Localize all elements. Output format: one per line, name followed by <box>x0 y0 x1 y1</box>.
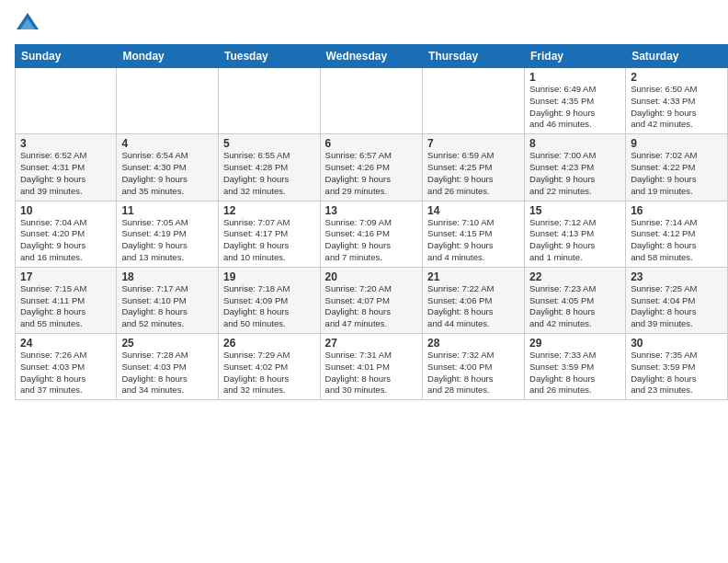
calendar-cell <box>16 68 117 134</box>
day-info: Sunrise: 7:20 AM Sunset: 4:07 PM Dayligh… <box>325 283 417 330</box>
col-header-saturday: Saturday <box>626 45 728 68</box>
week-row-5: 24Sunrise: 7:26 AM Sunset: 4:03 PM Dayli… <box>16 334 728 400</box>
calendar-cell: 6Sunrise: 6:57 AM Sunset: 4:26 PM Daylig… <box>320 134 422 201</box>
week-row-3: 10Sunrise: 7:04 AM Sunset: 4:20 PM Dayli… <box>16 201 728 267</box>
calendar-cell: 23Sunrise: 7:25 AM Sunset: 4:04 PM Dayli… <box>626 267 728 333</box>
calendar-cell: 1Sunrise: 6:49 AM Sunset: 4:35 PM Daylig… <box>525 68 626 134</box>
calendar-cell: 28Sunrise: 7:32 AM Sunset: 4:00 PM Dayli… <box>423 334 525 400</box>
week-row-2: 3Sunrise: 6:52 AM Sunset: 4:31 PM Daylig… <box>16 134 728 201</box>
day-info: Sunrise: 7:02 AM Sunset: 4:22 PM Dayligh… <box>631 150 722 197</box>
calendar-cell: 9Sunrise: 7:02 AM Sunset: 4:22 PM Daylig… <box>626 134 728 201</box>
calendar-cell: 8Sunrise: 7:00 AM Sunset: 4:23 PM Daylig… <box>525 134 626 201</box>
calendar-cell: 16Sunrise: 7:14 AM Sunset: 4:12 PM Dayli… <box>626 201 728 267</box>
day-info: Sunrise: 6:54 AM Sunset: 4:30 PM Dayligh… <box>121 150 213 197</box>
day-info: Sunrise: 6:59 AM Sunset: 4:25 PM Dayligh… <box>427 150 519 197</box>
calendar-cell: 2Sunrise: 6:50 AM Sunset: 4:33 PM Daylig… <box>626 68 728 134</box>
day-number: 17 <box>20 270 111 283</box>
day-info: Sunrise: 7:09 AM Sunset: 4:16 PM Dayligh… <box>325 217 417 264</box>
day-number: 16 <box>631 204 722 217</box>
day-info: Sunrise: 7:18 AM Sunset: 4:09 PM Dayligh… <box>223 283 315 330</box>
calendar-cell: 10Sunrise: 7:04 AM Sunset: 4:20 PM Dayli… <box>16 201 117 267</box>
day-info: Sunrise: 7:05 AM Sunset: 4:19 PM Dayligh… <box>121 217 213 264</box>
calendar-table: SundayMondayTuesdayWednesdayThursdayFrid… <box>15 44 728 400</box>
calendar-cell: 17Sunrise: 7:15 AM Sunset: 4:11 PM Dayli… <box>16 267 117 333</box>
calendar-cell: 27Sunrise: 7:31 AM Sunset: 4:01 PM Dayli… <box>320 334 422 400</box>
calendar-cell: 5Sunrise: 6:55 AM Sunset: 4:28 PM Daylig… <box>218 134 320 201</box>
day-number: 18 <box>121 270 213 283</box>
day-info: Sunrise: 7:26 AM Sunset: 4:03 PM Dayligh… <box>20 350 111 396</box>
col-header-tuesday: Tuesday <box>218 45 320 68</box>
day-number: 2 <box>631 71 722 84</box>
day-number: 20 <box>325 270 417 283</box>
day-number: 11 <box>121 204 213 217</box>
col-header-friday: Friday <box>525 45 626 68</box>
calendar-cell: 3Sunrise: 6:52 AM Sunset: 4:31 PM Daylig… <box>16 134 117 201</box>
calendar-cell <box>320 68 422 134</box>
day-info: Sunrise: 7:14 AM Sunset: 4:12 PM Dayligh… <box>631 217 722 264</box>
day-info: Sunrise: 7:10 AM Sunset: 4:15 PM Dayligh… <box>427 217 519 264</box>
calendar-header-row: SundayMondayTuesdayWednesdayThursdayFrid… <box>16 45 728 68</box>
calendar-cell: 15Sunrise: 7:12 AM Sunset: 4:13 PM Dayli… <box>525 201 626 267</box>
day-number: 25 <box>121 337 213 350</box>
day-info: Sunrise: 7:32 AM Sunset: 4:00 PM Dayligh… <box>427 350 519 396</box>
calendar-cell: 20Sunrise: 7:20 AM Sunset: 4:07 PM Dayli… <box>320 267 422 333</box>
day-number: 1 <box>529 71 620 84</box>
calendar-cell: 4Sunrise: 6:54 AM Sunset: 4:30 PM Daylig… <box>117 134 219 201</box>
calendar-cell: 30Sunrise: 7:35 AM Sunset: 3:59 PM Dayli… <box>626 334 728 400</box>
day-number: 22 <box>529 270 620 283</box>
day-info: Sunrise: 7:17 AM Sunset: 4:10 PM Dayligh… <box>121 283 213 330</box>
week-row-1: 1Sunrise: 6:49 AM Sunset: 4:35 PM Daylig… <box>16 68 728 134</box>
calendar-cell <box>423 68 525 134</box>
day-number: 23 <box>631 270 722 283</box>
calendar-cell: 18Sunrise: 7:17 AM Sunset: 4:10 PM Dayli… <box>117 267 219 333</box>
day-number: 26 <box>223 337 315 350</box>
col-header-monday: Monday <box>117 45 219 68</box>
day-info: Sunrise: 7:35 AM Sunset: 3:59 PM Dayligh… <box>631 350 722 396</box>
day-number: 21 <box>427 270 519 283</box>
col-header-thursday: Thursday <box>423 45 525 68</box>
calendar-cell: 19Sunrise: 7:18 AM Sunset: 4:09 PM Dayli… <box>218 267 320 333</box>
day-number: 15 <box>529 204 620 217</box>
calendar-cell: 14Sunrise: 7:10 AM Sunset: 4:15 PM Dayli… <box>423 201 525 267</box>
col-header-wednesday: Wednesday <box>320 45 422 68</box>
week-row-4: 17Sunrise: 7:15 AM Sunset: 4:11 PM Dayli… <box>16 267 728 333</box>
calendar-cell: 22Sunrise: 7:23 AM Sunset: 4:05 PM Dayli… <box>525 267 626 333</box>
day-number: 29 <box>529 337 620 350</box>
day-info: Sunrise: 7:31 AM Sunset: 4:01 PM Dayligh… <box>325 350 417 396</box>
col-header-sunday: Sunday <box>16 45 117 68</box>
day-info: Sunrise: 7:33 AM Sunset: 3:59 PM Dayligh… <box>529 350 620 396</box>
day-number: 12 <box>223 204 315 217</box>
day-info: Sunrise: 7:28 AM Sunset: 4:03 PM Dayligh… <box>121 350 213 396</box>
day-number: 9 <box>631 137 722 150</box>
day-number: 10 <box>20 204 111 217</box>
day-number: 5 <box>223 137 315 150</box>
calendar-cell <box>117 68 219 134</box>
day-info: Sunrise: 7:00 AM Sunset: 4:23 PM Dayligh… <box>529 150 620 197</box>
day-info: Sunrise: 7:29 AM Sunset: 4:02 PM Dayligh… <box>223 350 315 396</box>
day-info: Sunrise: 7:15 AM Sunset: 4:11 PM Dayligh… <box>20 283 111 330</box>
day-info: Sunrise: 7:12 AM Sunset: 4:13 PM Dayligh… <box>529 217 620 264</box>
day-info: Sunrise: 6:49 AM Sunset: 4:35 PM Dayligh… <box>529 84 620 131</box>
page-header <box>0 0 728 44</box>
day-number: 24 <box>20 337 111 350</box>
calendar-cell: 24Sunrise: 7:26 AM Sunset: 4:03 PM Dayli… <box>16 334 117 400</box>
calendar-cell: 25Sunrise: 7:28 AM Sunset: 4:03 PM Dayli… <box>117 334 219 400</box>
calendar-cell: 12Sunrise: 7:07 AM Sunset: 4:17 PM Dayli… <box>218 201 320 267</box>
day-number: 4 <box>121 137 213 150</box>
day-number: 13 <box>325 204 417 217</box>
day-info: Sunrise: 6:52 AM Sunset: 4:31 PM Dayligh… <box>20 150 111 197</box>
calendar-cell <box>218 68 320 134</box>
day-info: Sunrise: 6:57 AM Sunset: 4:26 PM Dayligh… <box>325 150 417 197</box>
day-number: 14 <box>427 204 519 217</box>
day-info: Sunrise: 7:23 AM Sunset: 4:05 PM Dayligh… <box>529 283 620 330</box>
day-info: Sunrise: 6:50 AM Sunset: 4:33 PM Dayligh… <box>631 84 722 131</box>
calendar-cell: 11Sunrise: 7:05 AM Sunset: 4:19 PM Dayli… <box>117 201 219 267</box>
day-number: 19 <box>223 270 315 283</box>
day-info: Sunrise: 7:22 AM Sunset: 4:06 PM Dayligh… <box>427 283 519 330</box>
calendar-cell: 26Sunrise: 7:29 AM Sunset: 4:02 PM Dayli… <box>218 334 320 400</box>
day-number: 6 <box>325 137 417 150</box>
calendar-cell: 7Sunrise: 6:59 AM Sunset: 4:25 PM Daylig… <box>423 134 525 201</box>
day-info: Sunrise: 6:55 AM Sunset: 4:28 PM Dayligh… <box>223 150 315 197</box>
day-info: Sunrise: 7:04 AM Sunset: 4:20 PM Dayligh… <box>20 217 111 264</box>
calendar-cell: 21Sunrise: 7:22 AM Sunset: 4:06 PM Dayli… <box>423 267 525 333</box>
